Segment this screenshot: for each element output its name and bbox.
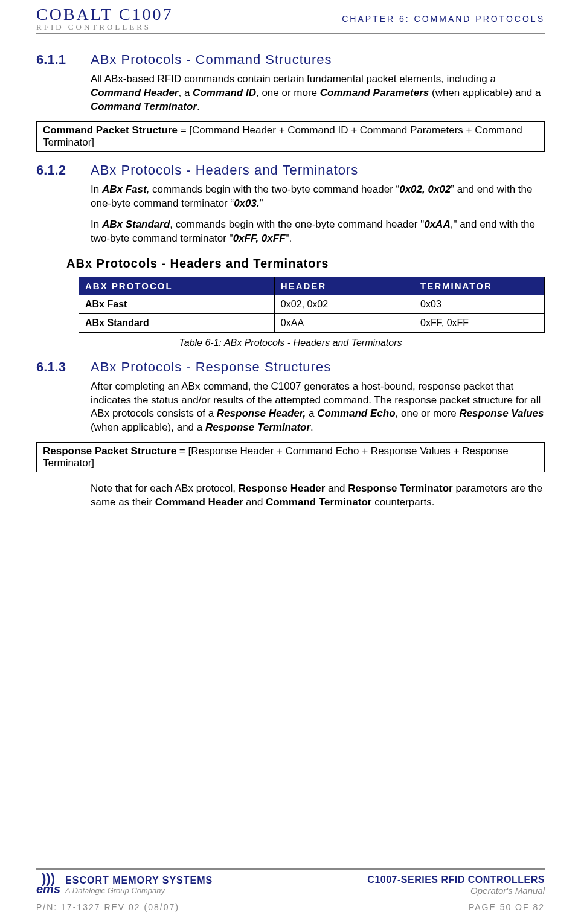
section-number: 6.1.2 [36,162,91,178]
section-6-1-2: 6.1.2 ABx Protocols - Headers and Termin… [36,162,545,348]
table-row: ABx Fast 0x02, 0x02 0x03 [79,295,545,313]
datalogic-label: A Datalogic Group Company [65,886,213,895]
table-header: ABX PROTOCOL [79,277,275,295]
section-number: 6.1.1 [36,52,91,68]
escort-label: ESCORT MEMORY SYSTEMS [65,875,213,886]
page-number: PAGE 50 OF 82 [469,902,545,912]
table-header: TERMINATOR [414,277,545,295]
paragraph: In ABx Fast, commands begin with the two… [91,183,545,211]
section-6-1-1: 6.1.1 ABx Protocols - Command Structures… [36,52,545,152]
table-subhead: ABx Protocols - Headers and Terminators [66,257,545,271]
logo-block: COBALT C1007 RFID CONTROLLERS [36,6,173,31]
paragraph: In ABx Standard, commands begin with the… [91,218,545,246]
ems-logo-icon: ))) ems [36,874,60,896]
logo-top: COBALT C1007 [36,6,173,23]
table-header: HEADER [274,277,414,295]
part-number: P/N: 17-1327 REV 02 (08/07) [36,902,179,912]
section-number: 6.1.3 [36,359,91,375]
table-caption: Table 6-1: ABx Protocols - Headers and T… [36,338,545,348]
table-row: ABx Standard 0xAA 0xFF, 0xFF [79,313,545,332]
section-title: ABx Protocols - Response Structures [91,359,331,375]
section-title: ABx Protocols - Headers and Terminators [91,162,358,178]
paragraph: Note that for each ABx protocol, Respons… [91,482,545,510]
response-packet-box: Response Packet Structure = [Response He… [36,442,545,472]
paragraph: All ABx-based RFID commands contain cert… [91,72,545,114]
chapter-label: CHAPTER 6: COMMAND PROTOCOLS [342,14,545,24]
protocols-table: ABX PROTOCOL HEADER TERMINATOR ABx Fast … [79,277,545,333]
page-footer: ))) ems ESCORT MEMORY SYSTEMS A Datalogi… [36,868,545,912]
footer-product: C1007-SERIES RFID CONTROLLERS [367,874,545,885]
paragraph: After completing an ABx command, the C10… [91,380,545,435]
command-packet-box: Command Packet Structure = [Command Head… [36,121,545,152]
section-6-1-3: 6.1.3 ABx Protocols - Response Structure… [36,359,545,510]
footer-manual: Operator's Manual [367,885,545,896]
page-header: COBALT C1007 RFID CONTROLLERS CHAPTER 6:… [36,6,545,34]
section-title: ABx Protocols - Command Structures [91,52,332,68]
logo-sub: RFID CONTROLLERS [36,23,173,31]
